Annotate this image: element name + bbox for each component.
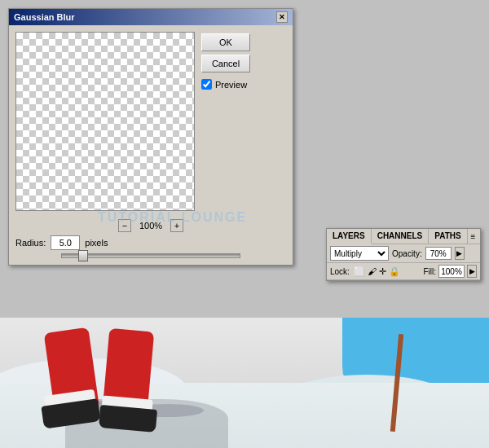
layers-panel: LAYERS CHANNELS PATHS ≡ Multiply Normal … [326,228,481,281]
preview-canvas[interactable] [15,32,195,211]
blend-opacity-row: Multiply Normal Screen Overlay Opacity: … [327,244,480,263]
boot-right [99,405,157,433]
slider-row [9,252,293,265]
radius-row: Radius: pixels [9,232,293,252]
lock-position-icon[interactable]: ✛ [379,266,386,277]
radius-input[interactable] [51,235,80,250]
zoom-row: − 100% + [9,217,293,232]
opacity-input[interactable] [425,247,452,260]
radius-label: Radius: [15,238,46,248]
dialog-body: OK Cancel Preview [9,25,293,217]
lock-all-icon[interactable]: 🔒 [389,266,400,277]
scene [0,318,489,448]
preview-row: Preview [201,79,250,90]
lock-fill-row: Lock: ⬜ 🖌 ✛ 🔒 Fill: ▶ [327,263,480,280]
tabs-row: LAYERS CHANNELS PATHS [327,229,468,244]
panel-menu-button[interactable]: ≡ [468,230,478,243]
radius-slider-thumb[interactable] [78,250,88,261]
zoom-out-button[interactable]: − [118,219,131,232]
opacity-label: Opacity: [392,249,422,258]
opacity-arrow-button[interactable]: ▶ [455,247,465,260]
zoom-value: 100% [134,221,167,231]
fill-input[interactable] [438,265,465,278]
preview-label: Preview [215,80,247,90]
tab-channels[interactable]: CHANNELS [372,229,430,244]
cancel-button[interactable]: Cancel [201,55,250,72]
zoom-in-button[interactable]: + [170,219,183,232]
dialog-controls: OK Cancel Preview [201,32,250,211]
ok-button[interactable]: OK [201,33,250,51]
dialog-title: Gaussian Blur [14,12,75,22]
tab-layers[interactable]: LAYERS [327,229,372,244]
preview-checkbox[interactable] [201,79,212,90]
blend-mode-select[interactable]: Multiply Normal Screen Overlay [330,246,389,261]
pixels-label: pixels [85,238,108,248]
dialog-titlebar: Gaussian Blur ✕ [9,9,293,25]
radius-slider-track [61,253,240,258]
lock-image-icon[interactable]: 🖌 [368,266,377,276]
panel-header: LAYERS CHANNELS PATHS ≡ [327,229,480,244]
lock-transparent-icon[interactable]: ⬜ [354,266,365,277]
bottom-image [0,318,489,448]
fill-label: Fill: [423,267,436,276]
close-button[interactable]: ✕ [276,11,288,23]
fill-arrow-button[interactable]: ▶ [467,265,477,278]
gaussian-blur-dialog: Gaussian Blur ✕ OK Cancel Preview − 100%… [8,8,293,266]
tab-paths[interactable]: PATHS [429,229,467,244]
lock-label: Lock: [330,267,350,276]
